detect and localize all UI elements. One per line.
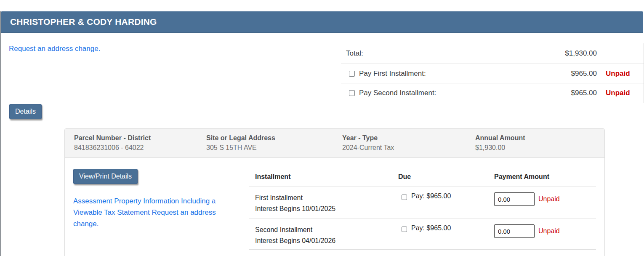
payment-summary-table: Total: $1,930.00 Pay First Installment: … <box>341 43 644 103</box>
payment-amount-column-header: Payment Amount <box>494 173 596 181</box>
pay-first-installment-checkbox[interactable] <box>349 71 355 77</box>
second-installment-payment-input[interactable] <box>494 224 535 238</box>
details-button[interactable]: Details <box>9 104 42 119</box>
first-installment-row-status: Unpaid <box>538 195 560 203</box>
summary-second-installment-row: Pay Second Installment: $965.00 Unpaid <box>341 83 644 103</box>
site-legal-address-value: 305 S 15TH AVE <box>206 144 342 152</box>
parcel-card-header: Parcel Number - District 841836231006 - … <box>65 129 604 158</box>
pay-second-installment-checkbox[interactable] <box>349 90 355 96</box>
summary-total-row: Total: $1,930.00 <box>341 43 644 64</box>
annual-amount-label: Annual Amount <box>475 134 604 142</box>
second-installment-interest-note: Interest Begins 04/01/2026 <box>255 235 398 246</box>
first-installment-name: First Installment <box>255 192 398 203</box>
pay-second-installment-label: Pay Second Installment: <box>359 89 436 97</box>
annual-amount-value: $1,930.00 <box>475 144 604 152</box>
summary-first-installment-row: Pay First Installment: $965.00 Unpaid <box>341 64 644 83</box>
total-amount: $1,930.00 <box>565 49 597 58</box>
view-print-details-button[interactable]: View/Print Details <box>73 169 138 184</box>
first-installment-interest-note: Interest Begins 10/01/2025 <box>255 203 398 214</box>
total-label: Total: <box>341 49 565 58</box>
second-installment-status-badge: Unpaid <box>597 89 644 97</box>
installment-table: Installment Due Payment Amount First Ins… <box>249 167 596 250</box>
first-installment-pay-label: Pay: $965.00 <box>411 192 451 200</box>
second-installment-pay-label: Pay: $965.00 <box>411 224 451 232</box>
due-column-header: Due <box>398 173 494 181</box>
year-type-value: 2024-Current Tax <box>342 144 475 152</box>
installment-column-header: Installment <box>249 173 398 181</box>
table-row-first-installment: First Installment Interest Begins 10/01/… <box>249 187 596 219</box>
first-installment-status-badge: Unpaid <box>597 69 644 78</box>
first-installment-pay-checkbox[interactable] <box>402 195 407 200</box>
assessment-property-info-link[interactable]: Assessment Property Information Includin… <box>73 195 226 229</box>
parcel-number-district-value: 841836231006 - 64022 <box>74 144 206 152</box>
parcel-number-district-label: Parcel Number - District <box>74 134 206 142</box>
installment-table-header: Installment Due Payment Amount <box>249 167 596 187</box>
owner-name-title: CHRISTOPHER & CODY HARDING <box>10 17 157 27</box>
owner-title-bar: CHRISTOPHER & CODY HARDING <box>1 11 643 33</box>
parcel-detail-card: Parcel Number - District 841836231006 - … <box>64 128 605 256</box>
pay-first-installment-label: Pay First Installment: <box>359 69 426 78</box>
site-legal-address-label: Site or Legal Address <box>206 134 342 142</box>
second-installment-name: Second Installment <box>255 224 398 235</box>
first-installment-amount: $965.00 <box>571 69 597 78</box>
second-installment-amount: $965.00 <box>571 89 597 97</box>
page-left-border <box>0 11 1 256</box>
second-installment-pay-checkbox[interactable] <box>402 227 407 232</box>
year-type-label: Year - Type <box>342 134 475 142</box>
table-row-second-installment: Second Installment Interest Begins 04/01… <box>249 219 596 250</box>
second-installment-row-status: Unpaid <box>538 227 560 235</box>
first-installment-payment-input[interactable] <box>494 192 535 206</box>
request-address-change-link[interactable]: Request an address change. <box>9 45 100 53</box>
